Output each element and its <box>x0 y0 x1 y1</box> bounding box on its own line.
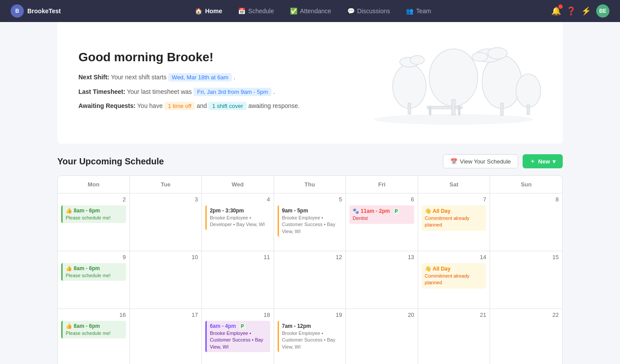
awaiting-requests-line: Awaiting Requests: You have 1 time off a… <box>78 101 300 111</box>
day-number: 8 <box>494 196 559 203</box>
awaiting-label: Awaiting Requests: <box>78 102 136 109</box>
nav-links: 🏠 Home 📅 Schedule ✅ Attendance 💬 Discuss… <box>75 5 551 17</box>
event-chip[interactable]: 👍 8am - 6pm Please schedule me! <box>61 321 126 338</box>
cell-15: 15 <box>490 251 562 308</box>
svg-point-6 <box>393 64 426 108</box>
new-button[interactable]: ＋ New ▾ <box>523 154 563 168</box>
cell-18: 18 6am - 4pm P Brooke Employee • Custome… <box>202 309 274 364</box>
event-chip[interactable]: 2pm - 3:30pm Brooke Employee • Developer… <box>205 205 270 230</box>
next-shift-highlight[interactable]: Wed, Mar 18th at 6am <box>168 73 232 82</box>
event-chip[interactable]: 👍 8am - 6pm Please schedule me! <box>61 263 126 281</box>
cell-12: 12 <box>274 251 346 308</box>
day-header-fri: Fri <box>346 176 418 193</box>
svg-rect-7 <box>408 103 411 114</box>
calendar-icon: 📅 <box>450 158 457 165</box>
svg-point-13 <box>488 48 507 59</box>
day-number: 10 <box>134 254 198 260</box>
last-timesheet-label: Last Timesheet: <box>78 88 125 95</box>
day-number: 5 <box>278 196 342 203</box>
day-header-tue: Tue <box>130 176 202 193</box>
day-number: 11 <box>205 254 270 260</box>
cell-20: 20 <box>346 309 418 364</box>
day-number: 21 <box>422 312 486 318</box>
svg-rect-3 <box>458 106 460 115</box>
day-header-mon: Mon <box>58 176 130 193</box>
svg-point-8 <box>482 56 522 108</box>
event-chip[interactable]: 👍 8am - 6pm Please schedule me! <box>61 205 126 223</box>
day-header-sun: Sun <box>490 176 562 193</box>
time-off-badge[interactable]: 1 time off <box>164 102 195 110</box>
svg-rect-2 <box>429 106 431 115</box>
shift-cover-badge[interactable]: 1 shift cover <box>208 102 246 110</box>
notifications-button[interactable]: 🔔 <box>551 6 561 16</box>
help-button[interactable]: ❓ <box>566 6 576 16</box>
event-chip[interactable]: 🐾 11am - 2pm P Dentist <box>349 205 414 224</box>
day-number: 22 <box>494 312 559 318</box>
day-number: 15 <box>494 254 559 260</box>
event-chip[interactable]: 👋 All Day Commitment already planned <box>422 263 486 289</box>
next-shift-prefix: Your next shift starts <box>111 74 167 81</box>
calendar-row-2: 9 👍 8am - 6pm Please schedule me! 10 11 … <box>58 251 562 309</box>
hero-text: Good morning Brooke! Next Shift: Your ne… <box>78 50 300 115</box>
plus-icon: ＋ <box>530 157 535 165</box>
svg-point-16 <box>410 56 424 64</box>
event-chip[interactable]: 👋 All Day Commitment already planned <box>422 205 486 231</box>
svg-point-14 <box>472 52 488 61</box>
cell-9: 9 👍 8am - 6pm Please schedule me! <box>58 251 130 308</box>
nav-attendance[interactable]: ✅ Attendance <box>284 5 338 17</box>
schedule-title: Your Upcoming Schedule <box>57 156 164 167</box>
event-chip[interactable]: 7am - 12pm Brooke Employee • Customer Su… <box>278 321 342 352</box>
day-number: 20 <box>349 312 414 318</box>
greeting-heading: Good morning Brooke! <box>78 50 300 64</box>
brand-name: BrookeTest <box>27 7 61 15</box>
last-timesheet-prefix: Your last timesheet was <box>127 88 192 95</box>
view-schedule-button[interactable]: 📅 View Your Schedule <box>443 154 518 168</box>
schedule-icon: 📅 <box>238 7 245 15</box>
brand[interactable]: B BrookeTest <box>11 4 61 18</box>
attendance-icon: ✅ <box>290 7 297 15</box>
event-chip[interactable]: 9am - 5pm Brooke Employee • Customer Suc… <box>278 205 342 237</box>
next-shift-line: Next Shift: Your next shift starts Wed, … <box>78 72 300 82</box>
day-number: 3 <box>134 196 198 203</box>
cell-11: 11 <box>202 251 274 308</box>
nav-home[interactable]: 🏠 Home <box>189 5 228 17</box>
cell-4: 4 2pm - 3:30pm Brooke Employee • Develop… <box>202 193 274 251</box>
nav-discussions[interactable]: 💬 Discussions <box>341 5 397 17</box>
hero-illustration <box>365 38 542 128</box>
lightning-button[interactable]: ⚡ <box>581 6 591 16</box>
day-number: 7 <box>422 196 486 203</box>
cell-3: 3 <box>130 193 202 251</box>
event-chip[interactable]: 6am - 4pm P Brooke Employee • Customer S… <box>205 321 270 352</box>
schedule-actions: 📅 View Your Schedule ＋ New ▾ <box>443 154 563 168</box>
cell-5: 5 9am - 5pm Brooke Employee • Customer S… <box>274 193 346 251</box>
cell-13: 13 <box>346 251 418 308</box>
nav-actions: 🔔 ❓ ⚡ BE <box>551 4 609 18</box>
dropdown-chevron-icon: ▾ <box>553 158 556 165</box>
cell-6: 6 🐾 11am - 2pm P Dentist <box>346 193 418 251</box>
nav-team[interactable]: 👥 Team <box>400 5 437 17</box>
brand-avatar: B <box>11 4 24 18</box>
user-avatar[interactable]: BE <box>596 4 609 18</box>
last-timesheet-highlight[interactable]: Fri, Jan 3rd from 9am - 5pm <box>193 88 271 96</box>
calendar-header: Mon Tue Wed Thu Fri Sat Sun <box>58 176 562 193</box>
day-number: 18 <box>205 312 270 318</box>
nav-schedule[interactable]: 📅 Schedule <box>232 5 280 17</box>
svg-rect-11 <box>527 105 530 115</box>
schedule-section: Your Upcoming Schedule 📅 View Your Sched… <box>57 154 563 364</box>
svg-rect-1 <box>427 106 462 109</box>
discussions-icon: 💬 <box>347 7 355 15</box>
calendar: Mon Tue Wed Thu Fri Sat Sun 2 👍 8am - 6p… <box>57 175 563 364</box>
cell-7: 7 👋 All Day Commitment already planned <box>418 193 490 251</box>
day-number: 16 <box>61 312 126 318</box>
svg-point-4 <box>429 49 478 106</box>
hero-section: Good morning Brooke! Next Shift: Your ne… <box>57 22 563 144</box>
day-number: 6 <box>349 196 414 203</box>
day-header-thu: Thu <box>274 176 346 193</box>
today-badge: 6 <box>411 196 414 203</box>
cell-16: 16 👍 8am - 6pm Please schedule me! <box>58 309 130 364</box>
calendar-row-3: 16 👍 8am - 6pm Please schedule me! 17 18… <box>58 309 562 364</box>
calendar-row-1: 2 👍 8am - 6pm Please schedule me! 3 4 2p… <box>58 193 562 251</box>
day-number: 9 <box>61 254 126 260</box>
day-number: 14 <box>422 254 486 260</box>
cell-21: 21 <box>418 309 490 364</box>
